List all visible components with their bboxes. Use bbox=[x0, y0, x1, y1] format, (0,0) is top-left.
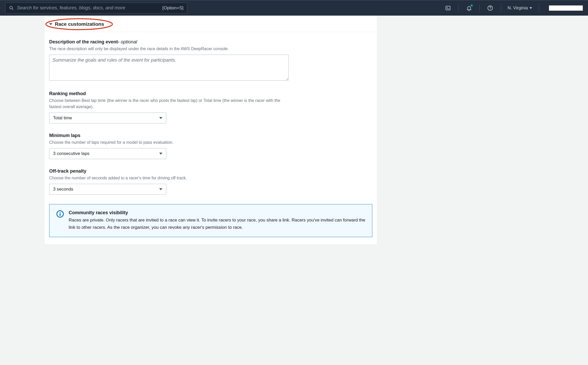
ranking-help: Choose between Best lap time (the winner… bbox=[49, 97, 283, 110]
minlaps-label: Minimum laps bbox=[49, 133, 372, 138]
divider bbox=[44, 32, 377, 32]
minlaps-help: Choose the number of laps required for a… bbox=[49, 139, 283, 146]
svg-point-8 bbox=[60, 212, 61, 213]
race-customizations-toggle[interactable]: Race customizations bbox=[44, 16, 377, 32]
penalty-group: Off-track penalty Choose the number of s… bbox=[44, 168, 377, 195]
nav-divider bbox=[539, 4, 539, 12]
info-title: Community races visibility bbox=[69, 210, 365, 216]
ranking-method-select[interactable]: Total time bbox=[49, 113, 166, 123]
top-nav: [Option+S] N. Virginia bbox=[0, 0, 588, 16]
penalty-help: Choose the number of seconds added to a … bbox=[49, 175, 283, 181]
description-label: Description of the racing event- optiona… bbox=[49, 39, 372, 45]
race-customizations-panel: Race customizations Description of the r… bbox=[44, 16, 377, 245]
search-input[interactable] bbox=[17, 5, 159, 11]
account-menu-placeholder[interactable] bbox=[549, 5, 583, 11]
ranking-label: Ranking method bbox=[49, 91, 372, 96]
global-search[interactable]: [Option+S] bbox=[5, 3, 187, 14]
caret-down-icon bbox=[159, 153, 162, 155]
info-text: Races are private. Only racers that are … bbox=[69, 217, 365, 231]
caret-down-icon bbox=[529, 7, 532, 9]
cloudshell-icon[interactable] bbox=[442, 2, 454, 14]
description-group: Description of the racing event- optiona… bbox=[44, 39, 377, 82]
minimum-laps-select[interactable]: 3 consecutive laps bbox=[49, 148, 166, 159]
nav-divider bbox=[480, 4, 480, 12]
nav-divider bbox=[458, 4, 459, 12]
ranking-group: Ranking method Choose between Best lap t… bbox=[44, 91, 377, 123]
caret-down-icon bbox=[159, 117, 162, 119]
description-help: The race description will only be displa… bbox=[49, 46, 283, 52]
notifications-icon[interactable] bbox=[463, 2, 475, 14]
chevron-down-icon bbox=[49, 23, 52, 25]
offtrack-penalty-select[interactable]: 3 seconds bbox=[49, 184, 166, 195]
penalty-label: Off-track penalty bbox=[49, 168, 372, 174]
svg-point-0 bbox=[10, 6, 12, 9]
svg-line-1 bbox=[12, 9, 13, 10]
search-shortcut-hint: [Option+S] bbox=[162, 5, 183, 11]
minlaps-value: 3 consecutive laps bbox=[53, 151, 90, 156]
caret-down-icon bbox=[159, 188, 162, 190]
visibility-info-box: Community races visibility Races are pri… bbox=[49, 204, 372, 237]
info-icon bbox=[56, 210, 64, 231]
nav-divider bbox=[501, 4, 501, 12]
description-textarea[interactable] bbox=[49, 55, 289, 81]
ranking-value: Total time bbox=[53, 115, 72, 121]
minlaps-group: Minimum laps Choose the number of laps r… bbox=[44, 133, 377, 159]
notification-dot bbox=[471, 4, 473, 6]
penalty-value: 3 seconds bbox=[53, 187, 73, 192]
help-icon[interactable] bbox=[484, 2, 496, 14]
search-icon bbox=[9, 6, 14, 10]
region-label: N. Virginia bbox=[508, 5, 528, 11]
svg-rect-9 bbox=[60, 213, 61, 216]
section-title: Race customizations bbox=[55, 21, 104, 27]
region-selector[interactable]: N. Virginia bbox=[506, 5, 534, 11]
